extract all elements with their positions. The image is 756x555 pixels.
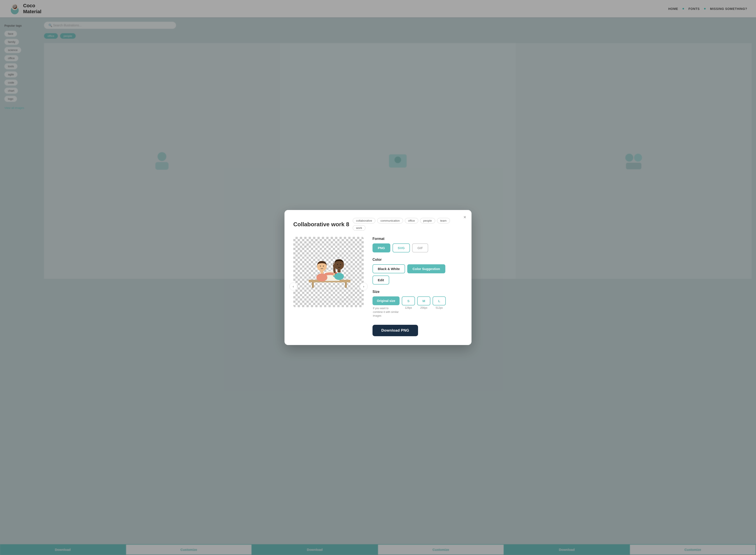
size-section: Size Original sizeIf you want to combine…	[372, 290, 463, 317]
modal-tag-collaborative[interactable]: collaborative	[353, 218, 375, 223]
modal-tag-people[interactable]: people	[420, 218, 435, 223]
svg-rect-11	[312, 282, 314, 288]
controls: Format PNGSVGGIF Color Black & WhiteColo…	[372, 237, 463, 336]
svg-point-28	[334, 273, 344, 280]
download-main-button[interactable]: Download PNG	[372, 325, 418, 336]
format-btn-gif[interactable]: GIF	[412, 244, 428, 252]
modal-tag-communication[interactable]: communication	[377, 218, 403, 223]
size-item-0: Original sizeIf you want to combine it w…	[372, 296, 400, 317]
size-btn-original-size[interactable]: Original size	[372, 296, 400, 305]
svg-point-24	[323, 266, 324, 266]
format-section: Format PNGSVGGIF	[372, 237, 463, 252]
svg-rect-25	[320, 271, 323, 273]
modal-tag-work[interactable]: work	[353, 225, 365, 231]
modal-title: Collaborative work 8	[293, 221, 349, 228]
svg-point-31	[340, 264, 341, 265]
size-label: Size	[372, 290, 463, 294]
modal-tag-team[interactable]: team	[437, 218, 450, 223]
modal-header: Collaborative work 8 collaborativecommun…	[293, 218, 463, 231]
color-section: Color Black & WhiteColor SuggestionEdit	[372, 258, 463, 285]
modal-tag-office[interactable]: office	[405, 218, 418, 223]
next-arrow-button[interactable]: ›	[360, 283, 368, 291]
size-btn-s[interactable]: S	[402, 296, 415, 305]
color-btn-black-&-white[interactable]: Black & White	[372, 264, 405, 273]
modal-overlay[interactable]: Collaborative work 8 collaborativecommun…	[0, 0, 756, 555]
size-desc-2: 256px	[420, 306, 428, 309]
color-btn-edit[interactable]: Edit	[372, 275, 389, 285]
prev-arrow-button[interactable]: ‹	[289, 283, 297, 291]
color-btn-group: Black & WhiteColor SuggestionEdit	[372, 264, 463, 285]
size-btn-group: Original sizeIf you want to combine it w…	[372, 296, 463, 317]
image-preview: WWW.ABSKOOP.COM WWW.ABSKOOP.COM	[293, 237, 364, 307]
color-label: Color	[372, 258, 463, 262]
svg-point-33	[333, 264, 336, 268]
svg-rect-12	[345, 282, 347, 288]
format-btn-png[interactable]: PNG	[372, 244, 390, 252]
size-btn-m[interactable]: M	[417, 296, 430, 305]
format-btn-group: PNGSVGGIF	[372, 244, 463, 252]
size-item-1: S128px	[402, 296, 415, 317]
svg-point-30	[337, 264, 338, 265]
illustration	[302, 246, 355, 298]
size-desc-3: 512px	[436, 306, 443, 309]
combine-text: If you want to combine it with similar i…	[373, 306, 399, 317]
size-btn-l[interactable]: L	[433, 296, 446, 305]
format-label: Format	[372, 237, 463, 241]
modal-body: ‹ WWW.ABSKOOP.COM WWW.ABSKOOP.COM	[293, 237, 463, 336]
close-button[interactable]: ×	[463, 214, 466, 220]
size-desc-1: 128px	[405, 306, 412, 309]
size-item-2: M256px	[417, 296, 430, 317]
color-btn-color-suggestion[interactable]: Color Suggestion	[407, 264, 445, 273]
modal-tags: collaborativecommunicationofficepeoplete…	[353, 218, 463, 231]
svg-rect-32	[337, 269, 341, 272]
svg-point-23	[320, 266, 321, 266]
image-preview-container: ‹ WWW.ABSKOOP.COM WWW.ABSKOOP.COM	[293, 237, 364, 336]
modal: Collaborative work 8 collaborativecommun…	[284, 210, 472, 345]
size-item-3: L512px	[433, 296, 446, 317]
format-btn-svg[interactable]: SVG	[393, 244, 410, 252]
